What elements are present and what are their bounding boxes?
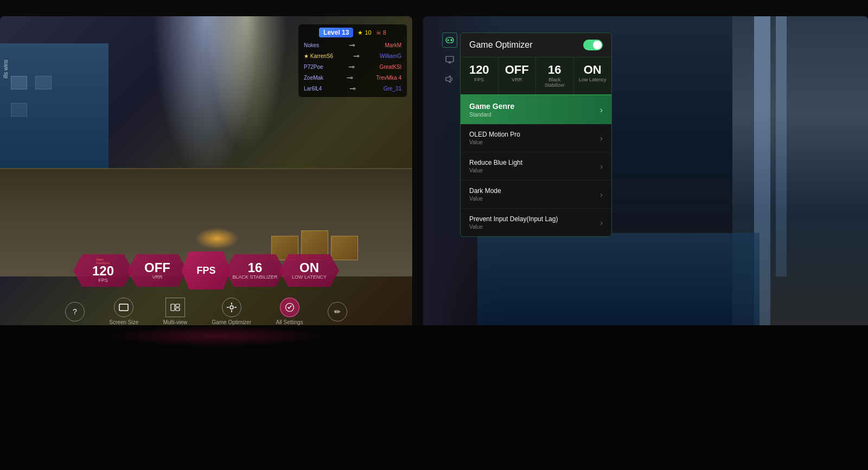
screen-divider bbox=[412, 16, 413, 342]
svg-point-14 bbox=[451, 40, 452, 41]
controller-icon[interactable] bbox=[442, 33, 457, 48]
right-screen: Game Optimizer 120 FPS OFF VRR 16 Blac bbox=[423, 16, 868, 342]
dark-mode-chevron: › bbox=[600, 190, 603, 199]
svg-marker-18 bbox=[446, 76, 450, 82]
controls-bar: ? Screen Size bbox=[54, 298, 358, 325]
vrr-value: OFF bbox=[144, 261, 170, 274]
player-row-2: ★ KarrenS6 ⊸ WilliamG bbox=[304, 50, 401, 61]
setting-row-input-lag[interactable]: Prevent Input Delay(Input Lag) Value › bbox=[461, 209, 611, 236]
panel-header: Game Optimizer bbox=[461, 33, 611, 57]
optimizer-toggle[interactable] bbox=[583, 40, 603, 50]
setting-row-dark-mode[interactable]: Dark Mode Value › bbox=[461, 181, 611, 209]
genre-label: Game Genre bbox=[469, 102, 514, 111]
game-genre-row[interactable]: Game Genre Standard › bbox=[461, 95, 611, 124]
stats-bar: AMDFreeSync 120 FPS OFF VRR FPS bbox=[54, 252, 358, 289]
edit-button[interactable]: ✏ bbox=[328, 302, 347, 321]
settings-list: OLED Motion Pro Value › Reduce Blue Ligh… bbox=[461, 124, 611, 236]
oled-motion-pro-name: OLED Motion Pro bbox=[469, 131, 520, 138]
level-badge: Level 13 bbox=[319, 28, 353, 37]
fps-center-label: FPS bbox=[196, 265, 215, 276]
oled-chevron: › bbox=[600, 134, 603, 143]
display-icon[interactable] bbox=[442, 52, 457, 67]
svg-rect-2 bbox=[176, 304, 180, 307]
low-latency-label: Low Latency bbox=[292, 274, 327, 280]
side-icons-panel bbox=[442, 33, 457, 87]
setting-row-blue-light[interactable]: Reduce Blue Light Value › bbox=[461, 152, 611, 181]
setting-row-oled[interactable]: OLED Motion Pro Value › bbox=[461, 124, 611, 152]
panel-vrr-label: VRR bbox=[503, 77, 532, 82]
input-lag-value: Value bbox=[469, 224, 558, 230]
bottom-hud: AMDFreeSync 120 FPS OFF VRR FPS bbox=[54, 252, 358, 325]
panel-vrr-value: OFF bbox=[503, 64, 532, 76]
player-row-5: Lar6lL4 ⊸ Gre_31 bbox=[304, 83, 401, 94]
player-row-1: Nokes ⊸ MarkM bbox=[304, 40, 401, 50]
multiview-button[interactable]: Multi-view bbox=[163, 298, 187, 325]
panel-title: Game Optimizer bbox=[469, 40, 532, 50]
panel-stat-low-latency: ON Low Latency bbox=[574, 57, 612, 94]
fps-value: 120 bbox=[92, 265, 114, 278]
hud-overlay: ills wins Level 13 ★ 10 ☠ 8 Nokes ⊸ Mark… bbox=[0, 16, 412, 342]
black-stabilizer-value: 16 bbox=[248, 261, 263, 274]
volume-icon[interactable] bbox=[442, 72, 457, 87]
game-optimizer-panel: Game Optimizer 120 FPS OFF VRR 16 Blac bbox=[460, 33, 612, 237]
screen-size-label: Screen Size bbox=[109, 319, 138, 325]
all-settings-button[interactable]: All Settings bbox=[276, 298, 303, 325]
panel-stat-vrr: OFF VRR bbox=[499, 57, 537, 94]
star-count: ★ 10 bbox=[358, 29, 371, 36]
input-lag-chevron: › bbox=[600, 218, 603, 227]
panel-stat-black-stabilizer: 16 Black Stabilizer bbox=[536, 57, 574, 94]
skull-count: ☠ 8 bbox=[376, 29, 386, 36]
panel-fps-value: 120 bbox=[465, 64, 494, 76]
stat-vrr: OFF VRR bbox=[127, 254, 187, 287]
reduce-blue-light-value: Value bbox=[469, 168, 522, 173]
score-panel: Level 13 ★ 10 ☠ 8 Nokes ⊸ MarkM ★ Karren… bbox=[298, 24, 407, 97]
reduce-blue-light-name: Reduce Blue Light bbox=[469, 159, 522, 166]
low-latency-value: ON bbox=[299, 261, 319, 274]
kills-label: ills wins bbox=[3, 60, 9, 78]
stat-fps-center: FPS bbox=[182, 252, 231, 289]
vrr-label: VRR bbox=[152, 274, 162, 280]
panel-fps-label: FPS bbox=[465, 77, 494, 82]
player-row-3: P72Poe ⊸ GreatKSl bbox=[304, 61, 401, 72]
help-button[interactable]: ? bbox=[65, 302, 85, 321]
genre-value: Standard bbox=[469, 112, 514, 118]
panel-ll-value: ON bbox=[578, 64, 608, 76]
player-row-4: ZoeMak ⊸ TrevMka 4 bbox=[304, 72, 401, 83]
all-settings-label: All Settings bbox=[276, 319, 303, 325]
screen-size-button[interactable]: Screen Size bbox=[109, 298, 138, 325]
svg-point-10 bbox=[448, 40, 449, 41]
toggle-knob bbox=[593, 41, 602, 49]
right-bg: Game Optimizer 120 FPS OFF VRR 16 Blac bbox=[423, 16, 868, 342]
kills-panel: ills wins bbox=[3, 60, 9, 78]
stat-low-latency: ON Low Latency bbox=[279, 254, 339, 287]
svg-rect-15 bbox=[446, 56, 454, 62]
panel-bs-label: Black Stabilizer bbox=[540, 77, 569, 88]
dark-mode-name: Dark Mode bbox=[469, 187, 501, 195]
game-optimizer-button[interactable]: Game Optimizer bbox=[212, 298, 251, 325]
floor-area bbox=[0, 325, 868, 470]
edit-icon: ✏ bbox=[334, 307, 341, 316]
left-screen: ills wins Level 13 ★ 10 ☠ 8 Nokes ⊸ Mark… bbox=[0, 16, 412, 342]
svg-rect-1 bbox=[171, 304, 175, 311]
panel-stat-fps: 120 FPS bbox=[461, 57, 499, 94]
oled-motion-pro-value: Value bbox=[469, 139, 520, 145]
stat-fps: AMDFreeSync 120 FPS bbox=[73, 254, 133, 287]
left-bg: ills wins Level 13 ★ 10 ☠ 8 Nokes ⊸ Mark… bbox=[0, 16, 412, 342]
left-glow bbox=[108, 325, 326, 347]
black-stabilizer-label: Black Stabilizer bbox=[233, 274, 278, 280]
input-lag-name: Prevent Input Delay(Input Lag) bbox=[469, 215, 558, 223]
genre-chevron: › bbox=[600, 105, 603, 115]
panel-bs-value: 16 bbox=[540, 64, 569, 76]
panel-ll-label: Low Latency bbox=[578, 77, 608, 82]
panel-stats-row: 120 FPS OFF VRR 16 Black Stabilizer ON L… bbox=[461, 57, 611, 95]
svg-point-13 bbox=[450, 40, 451, 41]
svg-point-4 bbox=[230, 306, 233, 309]
svg-rect-0 bbox=[119, 304, 128, 311]
dark-mode-value: Value bbox=[469, 196, 501, 202]
fps-label: FPS bbox=[98, 278, 108, 283]
multiview-label: Multi-view bbox=[163, 319, 187, 325]
game-optimizer-label: Game Optimizer bbox=[212, 319, 251, 325]
stat-black-stabilizer: 16 Black Stabilizer bbox=[225, 254, 285, 287]
blue-light-chevron: › bbox=[600, 162, 603, 171]
svg-rect-3 bbox=[176, 308, 180, 311]
